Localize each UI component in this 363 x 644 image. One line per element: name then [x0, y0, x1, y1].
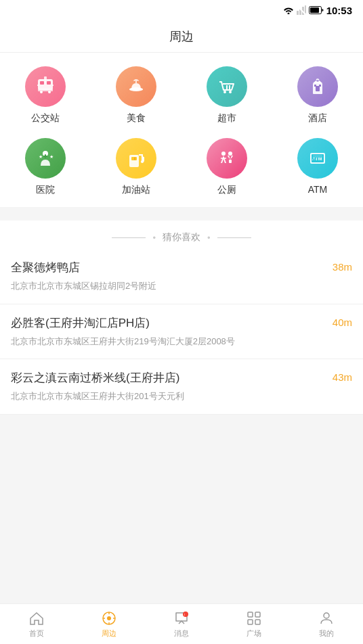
- svg-rect-8: [38, 89, 53, 91]
- recommend-dot-right: •: [207, 233, 211, 243]
- page-header: 周边: [0, 20, 363, 53]
- svg-marker-39: [221, 156, 226, 163]
- nav-item-messages[interactable]: ! 消息: [145, 610, 217, 639]
- list-item-address: 北京市北京市东城区王府井大街201号天元利: [11, 390, 326, 403]
- nav-item-nearby[interactable]: 周边: [72, 610, 145, 639]
- svg-rect-26: [314, 85, 316, 87]
- list-item[interactable]: 全聚德烤鸭店 北京市北京市东城区锡拉胡同2号附近 38m: [0, 249, 363, 304]
- category-item-bus[interactable]: 公交站: [0, 66, 91, 124]
- svg-rect-0: [297, 11, 299, 15]
- svg-rect-35: [129, 155, 139, 167]
- svg-text:!: !: [184, 613, 185, 617]
- svg-rect-42: [229, 160, 232, 163]
- svg-point-20: [223, 91, 226, 93]
- gas-icon-bg: [116, 138, 156, 179]
- category-label-hospital: 医院: [36, 184, 55, 196]
- svg-rect-22: [226, 85, 228, 89]
- category-item-toilet[interactable]: 公厕: [182, 138, 272, 196]
- list-item-distance: 38m: [333, 260, 352, 273]
- plaza-icon: [246, 610, 262, 626]
- list-item-name: 全聚德烤鸭店: [11, 260, 326, 275]
- svg-point-41: [228, 152, 232, 156]
- nav-item-plaza[interactable]: 广场: [218, 610, 291, 639]
- svg-rect-9: [40, 81, 44, 85]
- status-bar: 10:53: [0, 0, 363, 20]
- list-item[interactable]: 彩云之滇云南过桥米线(王府井店) 北京市北京市东城区王府井大街201号天元利 4…: [0, 359, 363, 415]
- svg-rect-46: [313, 155, 322, 158]
- svg-rect-27: [319, 85, 321, 87]
- market-icon-bg: [207, 66, 247, 107]
- hotel-icon: [307, 76, 328, 97]
- page-title: 周边: [169, 28, 194, 45]
- svg-rect-23: [229, 85, 230, 89]
- list-item-distance: 40m: [333, 315, 352, 328]
- nav-item-home[interactable]: 首页: [0, 610, 72, 639]
- recommend-line-right: [217, 237, 251, 238]
- atm-icon-bg: ATM: [297, 138, 338, 179]
- svg-text:★: ★: [49, 154, 54, 159]
- list-item-address: 北京市北京市东城区锡拉胡同2号附近: [11, 279, 326, 293]
- category-item-hospital[interactable]: ★ ★ 医院: [0, 138, 91, 196]
- category-item-hotel[interactable]: 酒店: [272, 66, 363, 124]
- category-item-atm[interactable]: ATM ATM: [272, 138, 363, 196]
- svg-rect-25: [316, 86, 320, 91]
- gas-icon: [126, 148, 146, 168]
- svg-rect-15: [44, 76, 47, 80]
- svg-rect-60: [255, 620, 260, 624]
- svg-point-18: [129, 88, 143, 91]
- battery-icon: [309, 6, 324, 14]
- category-item-food[interactable]: 美食: [91, 66, 182, 124]
- category-item-gas[interactable]: 加油站: [91, 138, 182, 196]
- category-label-market: 超市: [217, 112, 236, 124]
- nav-label-plaza: 广场: [247, 628, 261, 639]
- nav-label-home: 首页: [29, 628, 44, 639]
- atm-icon: ATM: [307, 148, 328, 168]
- category-label-bus: 公交站: [31, 112, 60, 124]
- list-item-content: 必胜客(王府井淘汇店PH店) 北京市北京市东城区王府井大街219号淘汇大厦2层2…: [11, 315, 333, 348]
- svg-rect-59: [248, 620, 253, 624]
- hospital-icon-bg: ★ ★: [25, 138, 66, 179]
- hospital-icon: ★ ★: [35, 148, 56, 168]
- svg-point-21: [229, 91, 232, 93]
- svg-rect-57: [248, 612, 253, 617]
- svg-point-12: [48, 91, 51, 93]
- toilet-icon: [217, 148, 237, 168]
- recommend-line-left: [112, 237, 146, 238]
- svg-rect-58: [255, 612, 260, 617]
- svg-rect-16: [45, 80, 46, 83]
- nav-label-messages: 消息: [174, 628, 189, 639]
- messages-icon: !: [173, 610, 190, 626]
- svg-rect-6: [310, 7, 319, 13]
- list-item[interactable]: 必胜客(王府井淘汇店PH店) 北京市北京市东城区王府井大街219号淘汇大厦2层2…: [0, 304, 363, 360]
- toilet-icon-bg: [207, 138, 247, 179]
- recommend-title: 猜你喜欢: [163, 231, 200, 244]
- nav-label-nearby: 周边: [102, 628, 116, 639]
- category-label-toilet: 公厕: [217, 184, 236, 196]
- svg-rect-36: [131, 157, 137, 160]
- svg-point-61: [324, 613, 329, 618]
- svg-point-38: [221, 152, 226, 156]
- list-item-name: 必胜客(王府井淘汇店PH店): [11, 315, 326, 331]
- category-label-atm: ATM: [308, 184, 328, 195]
- food-icon: [126, 76, 146, 97]
- svg-text:★: ★: [39, 154, 43, 159]
- nearby-icon: [101, 610, 117, 626]
- category-item-market[interactable]: 超市: [182, 66, 272, 124]
- category-label-food: 美食: [127, 112, 146, 124]
- recommend-section: • 猜你喜欢 • 全聚德烤鸭店 北京市北京市东城区锡拉胡同2号附近 38m 必胜…: [0, 221, 363, 415]
- market-icon: [217, 76, 237, 97]
- bus-icon: [35, 76, 56, 97]
- mine-icon: [318, 610, 335, 626]
- food-icon-bg: [116, 66, 156, 107]
- list-item-content: 彩云之滇云南过桥米线(王府井店) 北京市北京市东城区王府井大街201号天元利: [11, 370, 333, 403]
- svg-point-37: [141, 160, 144, 163]
- recommend-dot-left: •: [152, 233, 156, 243]
- category-section: 公交站 美食: [0, 53, 363, 207]
- hotel-icon-bg: [297, 66, 338, 107]
- home-icon: [28, 610, 45, 626]
- category-label-gas: 加油站: [122, 184, 150, 196]
- status-time: 10:53: [326, 5, 352, 16]
- nav-item-mine[interactable]: 我的: [291, 610, 363, 639]
- section-divider: [0, 214, 363, 221]
- signal-icon: [297, 5, 306, 15]
